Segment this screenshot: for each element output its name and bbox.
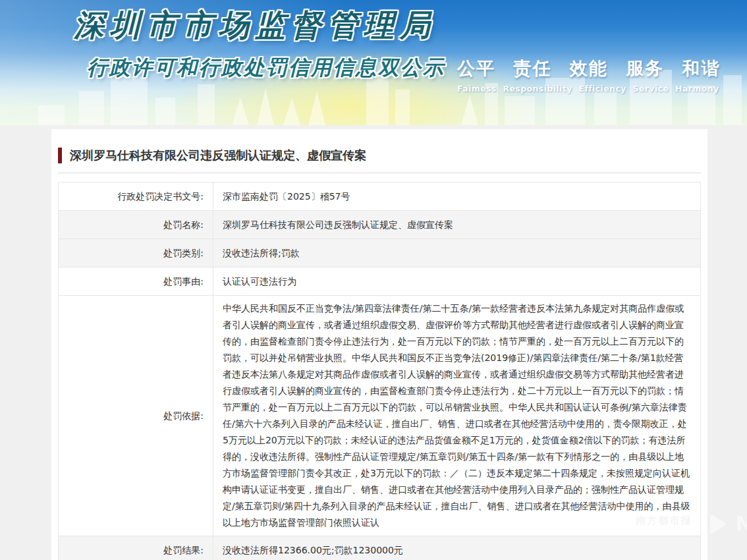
- table-row-penalty-result: 处罚结果: 没收违法所得12366.00元;罚款1230000元: [59, 536, 701, 560]
- content-card: 深圳罗马仕科技有限公司违反强制认证规定、虚假宣传案 行政处罚决定书文号: 深市监…: [51, 129, 707, 560]
- page-subtitle: 行政许可和行政处罚信用信息双公示: [87, 54, 445, 82]
- row-label: 处罚结果:: [59, 536, 213, 560]
- table-row-penalty-reason: 处罚事由: 认证认可违法行为: [59, 267, 701, 296]
- row-value: 认证认可违法行为: [213, 267, 701, 296]
- case-title-row: 深圳罗马仕科技有限公司违反强制认证规定、虚假宣传案: [51, 129, 707, 173]
- row-value: 中华人民共和国反不正当竞争法/第四章法律责任/第二十五条/第一款经营者违反本法第…: [213, 296, 701, 536]
- slogan-english: Faimess Responsibility Efficiency Servic…: [457, 84, 721, 94]
- row-value: 深圳罗马仕科技有限公司违反强制认证规定、虚假宣传案: [213, 211, 701, 239]
- row-label: 处罚类别:: [59, 239, 213, 267]
- building-shape: [198, 84, 215, 125]
- penalty-table-body: 行政处罚决定书文号: 深市监南处罚〔2025〕稽57号 处罚名称: 深圳罗马仕科…: [59, 182, 701, 560]
- title-divider: [58, 173, 701, 173]
- slogan-block: 公平 责任 效能 服务 和谐 Faimess Responsibility Ef…: [457, 57, 721, 94]
- header-banner: 深圳市市场监督管理局 行政许可和行政处罚信用信息双公示 公平 责任 效能 服务 …: [0, 0, 747, 125]
- case-title: 深圳罗马仕科技有限公司违反强制认证规定、虚假宣传案: [70, 148, 366, 163]
- building-shape: [594, 91, 617, 125]
- row-label: 行政处罚决定书文号:: [59, 182, 213, 211]
- building-shape: [111, 76, 148, 125]
- nvideo-logo: N视频: [736, 511, 747, 538]
- building-shape: [155, 98, 175, 125]
- row-value: 没收违法所得12366.00元;罚款1230000元: [213, 536, 701, 560]
- building-shape: [79, 91, 104, 125]
- tree-shape: [232, 98, 249, 125]
- penalty-table: 行政处罚决定书文号: 深市监南处罚〔2025〕稽57号 处罚名称: 深圳罗马仕科…: [58, 182, 701, 560]
- row-value: 没收违法所得;罚款: [213, 239, 701, 267]
- table-row-decision-number: 行政处罚决定书文号: 深市监南处罚〔2025〕稽57号: [59, 182, 701, 211]
- building-shape: [395, 90, 410, 125]
- row-value: 深市监南处罚〔2025〕稽57号: [213, 182, 701, 211]
- slogan-chinese: 公平 责任 效能 服务 和谐: [457, 57, 721, 80]
- table-row-penalty-category: 处罚类别: 没收违法所得;罚款: [59, 239, 701, 267]
- row-label: 处罚事由:: [59, 267, 213, 296]
- agency-title: 深圳市市场监督管理局: [74, 5, 436, 46]
- tree-shape: [257, 88, 274, 125]
- title-accent-bar: [58, 148, 62, 163]
- building-shape: [723, 75, 742, 125]
- row-label: 处罚名称:: [59, 211, 213, 239]
- table-row-penalty-basis: 处罚依据: 中华人民共和国反不正当竞争法/第四章法律责任/第二十五条/第一款经营…: [59, 296, 701, 536]
- building-shape: [38, 105, 65, 125]
- tree-shape: [308, 91, 325, 125]
- building-shape: [505, 96, 535, 125]
- tree-shape: [283, 98, 300, 125]
- row-label: 处罚依据:: [59, 296, 213, 536]
- table-row-penalty-name: 处罚名称: 深圳罗马仕科技有限公司违反强制认证规定、虚假宣传案: [59, 211, 701, 239]
- tree-shape: [461, 95, 478, 125]
